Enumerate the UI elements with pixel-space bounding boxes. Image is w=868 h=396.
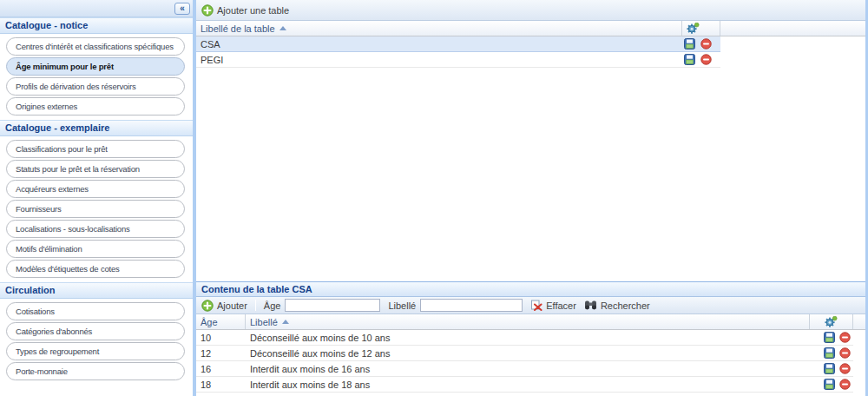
- column-header-filler: [853, 314, 865, 329]
- content-row-10[interactable]: 10 Déconseillé aux moins de 10 ans: [196, 330, 853, 346]
- accordion-body: Classifications pour le prêt Statuts pou…: [0, 136, 193, 282]
- tables-panel: Ajouter une table Libellé de la table CS…: [196, 0, 865, 281]
- search-button[interactable]: Rechercher: [584, 300, 650, 311]
- save-icon[interactable]: [824, 347, 835, 359]
- row-label-cell: Interdit aux moins de 16 ans: [246, 361, 810, 376]
- row-age-cell: 18: [196, 377, 246, 392]
- sidebar-item-modeles-etiquettes[interactable]: Modèles d'étiquettes de cotes: [6, 260, 185, 278]
- row-actions: [810, 330, 853, 345]
- tables-grid-rows: CSA PEGI: [196, 36, 865, 68]
- row-label-cell: Déconseillé aux moins de 10 ans: [246, 330, 810, 345]
- save-icon[interactable]: [824, 363, 835, 374]
- sidebar-item-centres-interet[interactable]: Centres d'intérêt et classifications spé…: [6, 37, 185, 56]
- tables-toolbar: Ajouter une table: [196, 0, 865, 21]
- libelle-field-label: Libellé: [388, 300, 416, 311]
- sidebar-item-types-regroupement[interactable]: Types de regroupement: [6, 342, 185, 360]
- sidebar-item-cotisations[interactable]: Cotisations: [6, 302, 185, 320]
- toolbar-separator: [255, 300, 256, 311]
- sidebar-topbar: «: [0, 0, 193, 17]
- column-header-label: Libellé: [250, 317, 278, 327]
- column-header-label: Âge: [201, 317, 218, 327]
- sidebar-item-classifications-pret[interactable]: Classifications pour le prêt: [6, 140, 185, 158]
- column-header-actions[interactable]: [682, 21, 720, 36]
- sidebar: « Catalogue - notice Centres d'intérêt e…: [0, 0, 193, 396]
- delete-icon[interactable]: [839, 363, 851, 374]
- save-icon[interactable]: [824, 332, 835, 343]
- gear-icon: [687, 23, 700, 34]
- delete-icon[interactable]: [839, 347, 851, 359]
- table-row-pegi[interactable]: PEGI: [196, 52, 720, 68]
- age-input[interactable]: [285, 299, 380, 312]
- accordion-body: Cotisations Catégories d'abonnés Types d…: [0, 299, 193, 385]
- binoculars-icon: [584, 300, 597, 311]
- tables-grid-header: Libellé de la table: [196, 21, 865, 36]
- save-icon[interactable]: [684, 38, 695, 50]
- sidebar-item-acquereurs-externes[interactable]: Acquéreurs externes: [6, 180, 185, 198]
- sidebar-item-categories-abonnes[interactable]: Catégories d'abonnés: [6, 322, 185, 340]
- sidebar-item-origines-externes[interactable]: Origines externes: [6, 97, 185, 116]
- row-label-cell: Déconseillé aux moins de 12 ans: [246, 346, 810, 360]
- delete-icon[interactable]: [839, 379, 851, 390]
- delete-icon[interactable]: [700, 38, 712, 50]
- accordion-header-catalogue-exemplaire[interactable]: Catalogue - exemplaire: [0, 120, 193, 136]
- row-actions: [810, 377, 853, 392]
- accordion-header-circulation[interactable]: Circulation: [0, 282, 193, 299]
- row-actions: [810, 346, 853, 360]
- gear-icon: [825, 316, 838, 327]
- add-table-label: Ajouter une table: [217, 5, 289, 16]
- row-age-cell: 12: [196, 346, 246, 360]
- sidebar-item-motifs-elimination[interactable]: Motifs d'élimination: [6, 240, 185, 258]
- content-row-18[interactable]: 18 Interdit aux moins de 18 ans: [196, 377, 853, 393]
- column-header-filler: [720, 21, 865, 36]
- sort-ascending-icon: [279, 26, 286, 30]
- libelle-input[interactable]: [420, 299, 523, 312]
- sidebar-item-fournisseurs[interactable]: Fournisseurs: [6, 200, 185, 218]
- row-label-cell: Interdit aux moins de 18 ans: [246, 377, 810, 392]
- sidebar-item-porte-monnaie[interactable]: Porte-monnaie: [6, 362, 185, 380]
- table-row-label: CSA: [196, 36, 682, 51]
- accordion-body: Centres d'intérêt et classifications spé…: [0, 34, 193, 120]
- content-row-12[interactable]: 12 Déconseillé aux moins de 12 ans: [196, 346, 853, 361]
- sidebar-item-statuts-pret[interactable]: Statuts pour le prêt et la réservation: [6, 160, 185, 178]
- row-age-cell: 10: [196, 330, 246, 345]
- sidebar-item-localisations[interactable]: Localisations - sous-localisations: [6, 220, 185, 238]
- content-grid-header: Âge Libellé: [196, 314, 865, 330]
- main-area: Ajouter une table Libellé de la table CS…: [196, 0, 868, 396]
- column-header-actions[interactable]: [810, 314, 853, 329]
- sidebar-item-profils-derivation[interactable]: Profils de dérivation des réservoirs: [6, 77, 185, 96]
- age-field-label: Âge: [264, 300, 281, 311]
- add-icon: [201, 4, 214, 16]
- content-toolbar: Ajouter Âge Libellé Effacer Rec: [196, 297, 865, 314]
- clear-button[interactable]: Effacer: [530, 300, 576, 311]
- content-row-16[interactable]: 16 Interdit aux moins de 16 ans: [196, 361, 853, 377]
- column-header-label: Libellé de la table: [201, 23, 275, 34]
- column-header-libelle[interactable]: Libellé: [246, 314, 810, 329]
- accordion-header-catalogue-notice[interactable]: Catalogue - notice: [0, 17, 193, 34]
- column-header-libelle-table[interactable]: Libellé de la table: [196, 21, 682, 36]
- clear-button-label: Effacer: [546, 300, 576, 311]
- content-panel-title: Contenu de la table CSA: [196, 281, 865, 297]
- tables-panel-body-filler: [196, 68, 865, 281]
- table-row-label: PEGI: [196, 52, 682, 67]
- application-window: « Catalogue - notice Centres d'intérêt e…: [0, 0, 868, 396]
- table-row-csa[interactable]: CSA: [196, 36, 720, 52]
- sidebar-item-age-minimum[interactable]: Âge minimum pour le prêt: [6, 57, 185, 76]
- row-age-cell: 16: [196, 361, 246, 376]
- table-row-actions: [682, 52, 720, 67]
- sidebar-collapse-button[interactable]: «: [174, 3, 190, 15]
- column-header-age[interactable]: Âge: [196, 314, 246, 329]
- save-icon[interactable]: [824, 379, 835, 390]
- search-button-label: Rechercher: [601, 300, 650, 311]
- add-icon: [201, 300, 214, 312]
- delete-icon[interactable]: [700, 54, 712, 65]
- clear-filter-icon: [530, 300, 542, 311]
- add-entry-button[interactable]: Ajouter: [201, 300, 247, 312]
- add-entry-label: Ajouter: [217, 300, 247, 311]
- add-table-button[interactable]: Ajouter une table: [201, 4, 289, 16]
- table-row-actions: [682, 36, 720, 51]
- content-panel: Contenu de la table CSA Ajouter Âge Libe…: [196, 281, 865, 393]
- sort-ascending-icon: [282, 320, 289, 324]
- delete-icon[interactable]: [839, 332, 851, 343]
- save-icon[interactable]: [684, 54, 695, 65]
- content-grid-rows: 10 Déconseillé aux moins de 10 ans 12 Dé…: [196, 330, 865, 393]
